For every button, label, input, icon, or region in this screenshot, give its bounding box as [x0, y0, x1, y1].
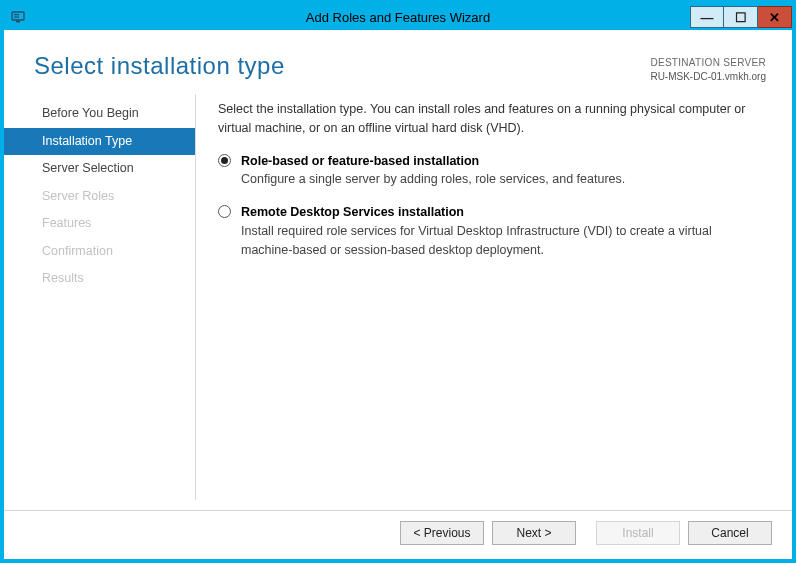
close-icon: ✕ — [769, 11, 780, 24]
minimize-icon: — — [701, 11, 714, 24]
install-button: Install — [596, 521, 680, 545]
cancel-button[interactable]: Cancel — [688, 521, 772, 545]
window-title: Add Roles and Features Wizard — [4, 10, 792, 25]
radio-role-based[interactable] — [218, 154, 231, 167]
option-body: Remote Desktop Services installation Ins… — [241, 203, 766, 259]
maximize-button[interactable]: ☐ — [724, 6, 758, 28]
titlebar[interactable]: Add Roles and Features Wizard — ☐ ✕ — [4, 4, 792, 30]
step-server-roles: Server Roles — [4, 183, 196, 211]
main-panel: Select the installation type. You can in… — [196, 90, 792, 510]
option-body: Role-based or feature-based installation… — [241, 152, 766, 190]
step-server-selection[interactable]: Server Selection — [4, 155, 196, 183]
page-title: Select installation type — [34, 52, 285, 80]
body-row: Before You Begin Installation Type Serve… — [4, 90, 792, 510]
radio-rds[interactable] — [218, 205, 231, 218]
wizard-sidebar: Before You Begin Installation Type Serve… — [4, 90, 196, 510]
step-before-you-begin[interactable]: Before You Begin — [4, 100, 196, 128]
close-button[interactable]: ✕ — [758, 6, 792, 28]
svg-rect-1 — [14, 14, 19, 15]
svg-rect-2 — [14, 17, 19, 18]
option-title: Role-based or feature-based installation — [241, 152, 766, 171]
destination-server: DESTINATION SERVER RU-MSK-DC-01.vmkh.org — [650, 52, 766, 84]
option-desc: Install required role services for Virtu… — [241, 222, 766, 260]
step-results: Results — [4, 265, 196, 293]
destination-value: RU-MSK-DC-01.vmkh.org — [650, 70, 766, 84]
option-role-based[interactable]: Role-based or feature-based installation… — [218, 152, 766, 190]
svg-rect-0 — [12, 12, 24, 20]
maximize-icon: ☐ — [735, 11, 747, 24]
option-title: Remote Desktop Services installation — [241, 203, 766, 222]
previous-button[interactable]: < Previous — [400, 521, 484, 545]
step-features: Features — [4, 210, 196, 238]
destination-label: DESTINATION SERVER — [650, 56, 766, 70]
window-controls: — ☐ ✕ — [690, 6, 792, 28]
svg-rect-3 — [16, 21, 20, 23]
option-desc: Configure a single server by adding role… — [241, 170, 766, 189]
header-row: Select installation type DESTINATION SER… — [4, 30, 792, 90]
option-rds[interactable]: Remote Desktop Services installation Ins… — [218, 203, 766, 259]
step-installation-type[interactable]: Installation Type — [4, 128, 196, 156]
server-manager-icon — [8, 7, 28, 27]
client-area: Select installation type DESTINATION SER… — [4, 30, 792, 559]
step-confirmation: Confirmation — [4, 238, 196, 266]
next-button[interactable]: Next > — [492, 521, 576, 545]
window-frame: Add Roles and Features Wizard — ☐ ✕ Sele… — [0, 0, 796, 563]
intro-text: Select the installation type. You can in… — [218, 100, 766, 138]
footer: < Previous Next > Install Cancel — [4, 510, 792, 559]
minimize-button[interactable]: — — [690, 6, 724, 28]
